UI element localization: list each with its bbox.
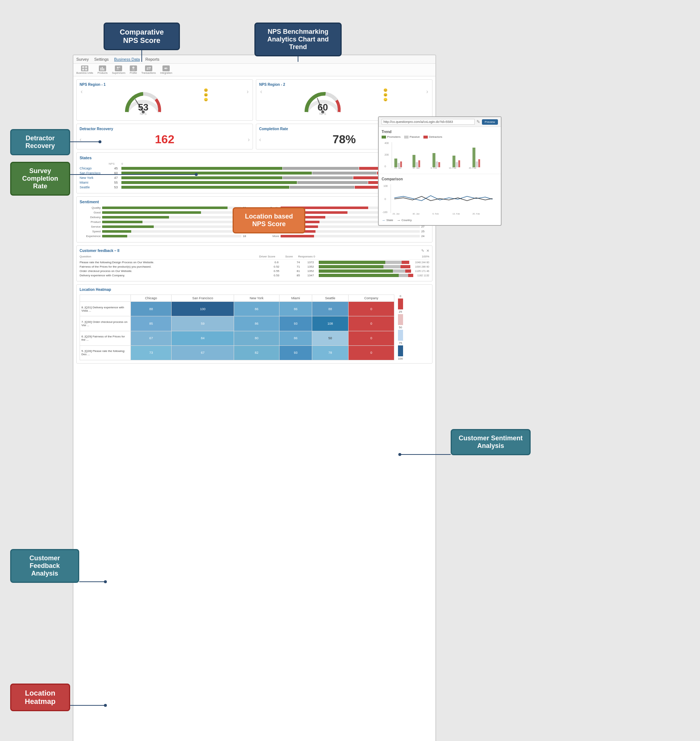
state-nps-sf: 60 — [110, 171, 121, 175]
hm-r2-chicago: 85 — [131, 316, 172, 331]
region-2-next[interactable]: › — [426, 88, 428, 118]
icon-supervisors[interactable]: Supervisors — [112, 65, 125, 74]
state-bars-ny — [121, 176, 415, 179]
region-1-next[interactable]: › — [247, 88, 249, 118]
bar-chart-icon — [99, 65, 106, 71]
sent-lbl-more-r: More — [258, 234, 279, 238]
region-2-nav[interactable]: ‹ 60 NPS — [259, 88, 429, 118]
state-nps-miami: 55 — [110, 181, 121, 184]
state-row-ny: New York 47 113 33 32 — [79, 176, 429, 180]
svg-rect-38 — [478, 159, 480, 167]
svg-text:23. Jan: 23. Jan — [393, 213, 400, 215]
svg-rect-25 — [398, 163, 400, 167]
hm-row-1: 8. [Q31] Delivery experience with Vista … — [80, 302, 394, 316]
rp-preview-button[interactable]: Preview — [482, 119, 498, 125]
svg-rect-5 — [102, 67, 103, 71]
fb-row-4: Delivery experience with Company. 0.53 8… — [79, 274, 429, 277]
detractor-next-arrow[interactable]: › — [248, 136, 250, 143]
scale-label-100: 100 — [398, 357, 403, 360]
svg-rect-26 — [400, 161, 402, 167]
detractors-color — [424, 136, 428, 138]
completion-prev-arrow[interactable]: ‹ — [259, 136, 261, 143]
passive-color — [404, 136, 409, 138]
heatmap-table: Chicago San Francisco New York Miami Sea… — [79, 295, 394, 360]
icon-business-units[interactable]: Business Units — [76, 65, 93, 74]
sent-service-left: Service 37 — [79, 225, 251, 228]
state-name-ny: New York — [79, 176, 110, 180]
region-1-title: NPS Region - 1 — [79, 82, 250, 87]
hm-col-company: Company — [349, 295, 394, 302]
sent-delivery-left: Delivery 48 — [79, 216, 251, 219]
detractor-recovery-box: Detractor Recovery ‹ 162 › — [76, 124, 253, 149]
region-2-prev[interactable]: ‹ — [260, 88, 262, 118]
hm-col-ny: New York — [234, 295, 279, 302]
annotation-comparative-nps: Comparative NPS Score — [104, 22, 180, 50]
fb-resp1: 1372 1048 244 60 — [307, 261, 429, 264]
fb-col-question: Question — [79, 255, 254, 258]
hm-r2-seattle: 108 — [312, 316, 349, 331]
hm-r3-seattle: 50 — [312, 331, 349, 345]
rp-trend-section: Trend Promoters Passive Detractors 400 — [379, 127, 501, 174]
hm-r3-chicago: 67 — [131, 331, 172, 345]
region-1-prev[interactable]: ‹ — [81, 88, 82, 118]
sent-lbl-delivery-l: Delivery — [79, 216, 101, 219]
nav-settings[interactable]: Settings — [94, 57, 109, 62]
hm-row-3: 6. [Q29] Fairness of the Prices for the … — [80, 331, 394, 345]
sent-lbl-quality-l: Quality — [79, 206, 101, 209]
rp-url-input[interactable] — [382, 119, 475, 125]
fb-col-score: Score — [280, 255, 298, 258]
state-bars-seattle — [121, 186, 416, 189]
fb-ds4: 0.53 — [264, 274, 289, 277]
icon-label-products: Products — [97, 72, 107, 74]
hm-r2-sf: 59 — [172, 316, 234, 331]
region-1-nav[interactable]: ‹ 53 NPS — [79, 88, 250, 118]
icon-integration[interactable]: Integration — [160, 65, 172, 74]
svg-text:13. Feb: 13. Feb — [453, 213, 460, 215]
fb-sc1: 74 — [289, 261, 307, 264]
svg-rect-31 — [436, 161, 438, 167]
hm-col-seattle: Seattle — [312, 295, 349, 302]
transaction-icon — [145, 65, 152, 71]
hm-r2-ny: 86 — [234, 316, 279, 331]
nps-regions-row: NPS Region - 1 ‹ — [76, 79, 432, 121]
svg-rect-6 — [103, 68, 104, 71]
icon-profile[interactable]: Profile — [130, 65, 137, 74]
state-nps-ny: 47 — [110, 176, 121, 180]
nav-survey[interactable]: Survey — [76, 57, 89, 62]
trend-chart: 400 200 0 23. Jan 30. Jan 6. Feb 13. Feb… — [382, 140, 498, 169]
fb-col-responses: Responses 0 — [298, 255, 415, 258]
sent-more-right: More 24 — [258, 234, 429, 238]
hm-r1-seattle: 88 — [312, 302, 349, 316]
country-legend-label: Country — [401, 218, 412, 222]
icon-products[interactable]: Products — [97, 65, 107, 74]
hm-col-label — [80, 295, 131, 302]
svg-point-8 — [119, 66, 120, 68]
hm-r1-sf: 100 — [172, 302, 234, 316]
states-header: NPS 0 100% — [79, 162, 429, 165]
svg-rect-28 — [416, 162, 418, 167]
ann-detractor-label: Detractor Recovery — [25, 134, 55, 149]
region-1-gauge: 53 NPS — [121, 88, 165, 118]
nav-reports[interactable]: Reports — [146, 57, 160, 62]
scale-light-red — [398, 314, 403, 325]
nav-business-data[interactable]: Business Data — [114, 57, 140, 62]
annotation-nps-benchmarking: NPS Benchmarking Analytics Chart and Tre… — [254, 22, 342, 56]
icon-transactions[interactable]: Transactions — [141, 65, 156, 74]
rp-comp-legend: → State → Country — [382, 218, 498, 222]
svg-rect-2 — [82, 69, 84, 71]
svg-text:0: 0 — [385, 165, 386, 168]
icon-label-business-units: Business Units — [76, 72, 93, 74]
feedback-edit-icon[interactable]: ✎ — [421, 249, 424, 253]
state-row-miami: Miami 55 142 50 24 — [79, 181, 429, 184]
fb-q4: Delivery experience with Company. — [79, 274, 264, 277]
svg-text:6. Feb: 6. Feb — [432, 213, 439, 215]
svg-rect-3 — [85, 69, 87, 71]
rp-legend-passive: Passive — [404, 135, 420, 138]
rp-edit-icon[interactable]: ✎ — [476, 119, 480, 124]
country-arrow-icon: → — [397, 218, 400, 222]
detractor-prev-arrow[interactable]: ‹ — [79, 136, 81, 143]
hm-r4-ny: 82 — [234, 345, 279, 360]
svg-text:200: 200 — [385, 153, 389, 156]
feedback-close-icon[interactable]: ✕ — [426, 249, 429, 253]
feedback-header: Customer feedback – II ✎ ✕ — [79, 249, 429, 253]
